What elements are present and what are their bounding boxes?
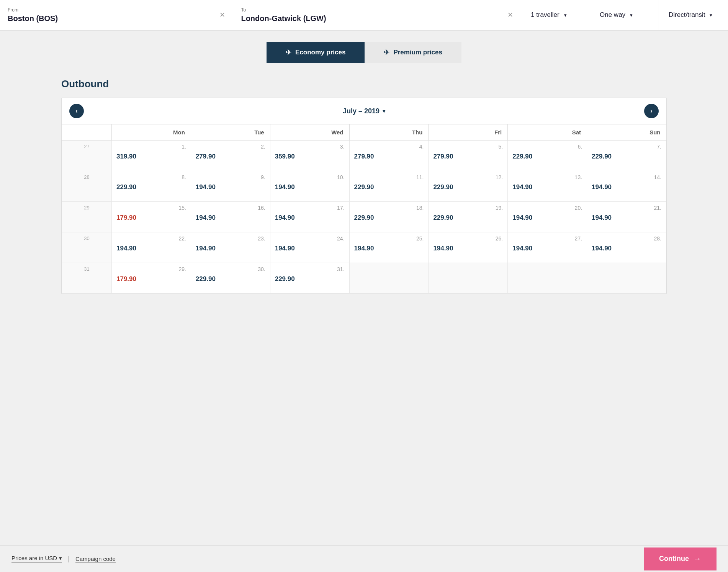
day-number: 20.	[512, 205, 582, 211]
travellers-dropdown[interactable]: 1 traveller ▾	[521, 0, 590, 30]
day-number: 19.	[433, 205, 503, 211]
prev-month-button[interactable]: ‹	[69, 104, 84, 118]
to-value: London-Gatwick (LGW)	[241, 14, 513, 23]
day-price: 229.90	[116, 183, 186, 191]
day-price: 229.90	[275, 275, 345, 283]
route-type-value: Direct/transit	[669, 11, 705, 19]
day-price: 359.90	[275, 153, 345, 160]
day-price: 194.90	[354, 245, 424, 252]
calendar-day-cell[interactable]: 30.229.90	[191, 263, 270, 294]
day-price: 194.90	[433, 245, 503, 252]
calendar-day-cell	[508, 263, 587, 294]
calendar-container: ‹ July – 2019 ▾ › Mon Tue Wed Thu Fri	[61, 98, 667, 294]
day-number: 17.	[275, 205, 345, 211]
calendar-day-cell[interactable]: 7.229.90	[587, 141, 666, 171]
continue-button[interactable]: Continue →	[644, 547, 717, 570]
day-number: 23.	[196, 235, 265, 242]
calendar-day-cell[interactable]: 17.194.90	[270, 202, 349, 232]
calendar-day-cell[interactable]: 2.279.90	[191, 141, 270, 171]
calendar-day-cell[interactable]: 23.194.90	[191, 232, 270, 263]
calendar-day-cell[interactable]: 24.194.90	[270, 232, 349, 263]
calendar-day-cell[interactable]: 19.229.90	[429, 202, 508, 232]
day-price: 319.90	[116, 153, 186, 160]
day-number: 15.	[116, 205, 186, 211]
next-month-button[interactable]: ›	[644, 104, 659, 118]
clear-to-button[interactable]: ✕	[506, 9, 515, 21]
economy-seat-icon: ✈	[286, 48, 291, 57]
calendar-week-row: 288.229.909.194.9010.194.9011.229.9012.2…	[62, 171, 666, 202]
calendar-week-row: 271.319.902.279.903.359.904.279.905.279.…	[62, 141, 666, 171]
economy-tab[interactable]: ✈ Economy prices	[267, 42, 365, 63]
calendar-day-cell[interactable]: 10.194.90	[270, 171, 349, 202]
day-price: 194.90	[512, 183, 582, 191]
day-price: 194.90	[592, 183, 661, 191]
continue-label: Continue	[659, 555, 689, 563]
calendar-day-cell[interactable]: 28.194.90	[587, 232, 666, 263]
calendar-day-cell[interactable]: 14.194.90	[587, 171, 666, 202]
calendar-day-cell[interactable]: 8.229.90	[112, 171, 191, 202]
calendar-day-cell[interactable]: 31.229.90	[270, 263, 349, 294]
day-price: 194.90	[512, 245, 582, 252]
calendar-header-row: Mon Tue Wed Thu Fri Sat Sun	[62, 124, 666, 141]
day-price: 194.90	[512, 214, 582, 222]
month-title[interactable]: July – 2019 ▾	[343, 107, 385, 115]
day-number: 2.	[196, 144, 265, 150]
calendar-day-cell[interactable]: 3.359.90	[270, 141, 349, 171]
calendar-header: ‹ July – 2019 ▾ ›	[62, 98, 666, 124]
day-number: 8.	[116, 174, 186, 180]
day-number: 28.	[592, 235, 661, 242]
day-price: 194.90	[196, 245, 265, 252]
route-type-dropdown[interactable]: Direct/transit ▾	[659, 0, 728, 30]
calendar-day-cell[interactable]: 16.194.90	[191, 202, 270, 232]
calendar-day-cell[interactable]: 4.279.90	[349, 141, 429, 171]
calendar-week-row: 3129.179.9030.229.9031.229.90	[62, 263, 666, 294]
calendar-day-cell[interactable]: 21.194.90	[587, 202, 666, 232]
day-price: 194.90	[196, 183, 265, 191]
calendar-day-cell[interactable]: 9.194.90	[191, 171, 270, 202]
calendar-day-cell[interactable]: 22.194.90	[112, 232, 191, 263]
calendar-body: 271.319.902.279.903.359.904.279.905.279.…	[62, 141, 666, 294]
from-field[interactable]: From Boston (BOS) ✕	[0, 0, 233, 30]
calendar-day-cell[interactable]: 5.279.90	[429, 141, 508, 171]
calendar-day-cell[interactable]: 18.229.90	[349, 202, 429, 232]
clear-from-button[interactable]: ✕	[218, 9, 227, 21]
calendar-day-cell[interactable]: 1.319.90	[112, 141, 191, 171]
day-number: 13.	[512, 174, 582, 180]
to-field[interactable]: To London-Gatwick (LGW) ✕	[233, 0, 521, 30]
col-header-fri: Fri	[429, 124, 508, 141]
calendar-day-cell[interactable]: 20.194.90	[508, 202, 587, 232]
week-number: 27	[62, 141, 112, 171]
calendar-day-cell[interactable]: 12.229.90	[429, 171, 508, 202]
calendar-day-cell[interactable]: 27.194.90	[508, 232, 587, 263]
month-label: July – 2019	[343, 107, 380, 115]
calendar-day-cell[interactable]: 6.229.90	[508, 141, 587, 171]
currency-button[interactable]: Prices are in USD ▾	[11, 555, 62, 563]
travellers-value: 1 traveller	[531, 11, 559, 19]
week-number: 28	[62, 171, 112, 202]
currency-label: Prices are in USD	[11, 555, 57, 561]
premium-tab[interactable]: ✈ Premium prices	[365, 42, 461, 63]
price-tabs: ✈ Economy prices ✈ Premium prices	[61, 42, 667, 63]
footer: Prices are in USD ▾ | Campaign code Cont…	[0, 545, 728, 572]
campaign-code-link[interactable]: Campaign code	[75, 556, 116, 562]
day-number: 29.	[116, 266, 186, 272]
trip-type-dropdown[interactable]: One way ▾	[590, 0, 659, 30]
day-price: 279.90	[354, 153, 424, 160]
calendar-day-cell	[349, 263, 429, 294]
calendar-day-cell[interactable]: 13.194.90	[508, 171, 587, 202]
from-value: Boston (BOS)	[8, 14, 225, 23]
col-header-tue: Tue	[191, 124, 270, 141]
calendar-day-cell[interactable]: 25.194.90	[349, 232, 429, 263]
outbound-section: Outbound ‹ July – 2019 ▾ › Mon Tue Wed	[61, 78, 667, 294]
day-price: 279.90	[196, 153, 265, 160]
col-header-mon: Mon	[112, 124, 191, 141]
calendar-day-cell[interactable]: 15.179.90	[112, 202, 191, 232]
calendar-day-cell[interactable]: 26.194.90	[429, 232, 508, 263]
premium-tab-label: Premium prices	[393, 49, 442, 56]
calendar-day-cell[interactable]: 29.179.90	[112, 263, 191, 294]
main-content: ✈ Economy prices ✈ Premium prices Outbou…	[0, 31, 728, 306]
to-label: To	[241, 7, 513, 13]
calendar-day-cell[interactable]: 11.229.90	[349, 171, 429, 202]
day-number: 22.	[116, 235, 186, 242]
day-price: 194.90	[116, 245, 186, 252]
